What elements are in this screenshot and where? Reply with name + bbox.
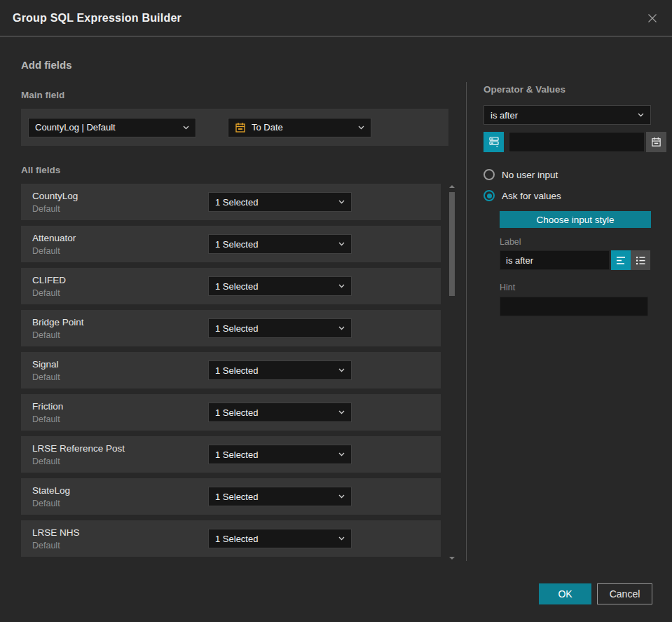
- field-values-select[interactable]: 1 Selected: [208, 234, 352, 254]
- field-row: Friction Default 1 Selected: [21, 394, 441, 431]
- field-values-select[interactable]: 1 Selected: [208, 487, 352, 506]
- main-field-label: Main field: [21, 90, 64, 100]
- scroll-up-arrow-icon[interactable]: [449, 185, 455, 188]
- set-values-icon: [488, 136, 500, 148]
- ask-for-values-label: Ask for values: [502, 191, 561, 201]
- main-field-select-value: CountyLog | Default: [35, 122, 177, 133]
- label-input[interactable]: [500, 250, 610, 270]
- chevron-down-icon: [338, 326, 345, 330]
- field-values-select-value: 1 Selected: [215, 197, 333, 208]
- field-row: LRSE Reference Post Default 1 Selected: [21, 436, 441, 473]
- field-row: CountyLog Default 1 Selected: [21, 184, 441, 220]
- chevron-down-icon: [183, 126, 189, 130]
- field-values-select[interactable]: 1 Selected: [208, 276, 352, 296]
- list-scrollbar: [448, 184, 455, 561]
- chevron-down-icon: [338, 452, 345, 457]
- field-values-select[interactable]: 1 Selected: [208, 403, 352, 422]
- group-sql-expression-builder-dialog: Group SQL Expression Builder Add fields …: [0, 0, 672, 622]
- field-row: Bridge Point Default 1 Selected: [21, 310, 441, 346]
- ok-button[interactable]: OK: [539, 583, 591, 604]
- chevron-down-icon: [338, 494, 345, 499]
- field-values-select-value: 1 Selected: [215, 323, 333, 334]
- field-values-select-value: 1 Selected: [215, 281, 333, 292]
- field-row: CLIFED Default 1 Selected: [21, 268, 441, 304]
- calendar-icon: [651, 137, 661, 147]
- no-user-input-option[interactable]: No user input: [484, 169, 651, 180]
- chevron-down-icon: [338, 242, 345, 246]
- label-input-row: [500, 250, 651, 270]
- main-field-type-value: To Date: [252, 122, 352, 133]
- ask-for-values-option[interactable]: Ask for values: [484, 190, 651, 201]
- field-row: Attenuator Default 1 Selected: [21, 226, 441, 262]
- field-values-select-value: 1 Selected: [215, 365, 333, 376]
- all-fields-label: All fields: [21, 165, 60, 175]
- calendar-picker-button[interactable]: [646, 132, 666, 152]
- radio-selected-icon: [484, 190, 495, 201]
- field-row: LRSE NHS Default 1 Selected: [21, 520, 441, 557]
- field-row: StateLog Default 1 Selected: [21, 478, 441, 515]
- radio-unselected-icon: [484, 169, 495, 180]
- chevron-down-icon: [338, 410, 345, 414]
- operator-select[interactable]: is after: [484, 105, 651, 125]
- main-field-type-select[interactable]: To Date: [228, 118, 371, 137]
- field-values-select[interactable]: 1 Selected: [208, 318, 352, 338]
- operator-select-value: is after: [491, 110, 632, 121]
- label-caption: Label: [500, 237, 651, 247]
- bullet-list-icon: [636, 256, 646, 265]
- hint-input[interactable]: [500, 297, 648, 316]
- scrollbar-thumb[interactable]: [449, 192, 455, 296]
- field-values-select-value: 1 Selected: [215, 449, 333, 460]
- scroll-down-arrow-icon[interactable]: [449, 557, 455, 560]
- field-values-select[interactable]: 1 Selected: [208, 445, 352, 464]
- main-field-select[interactable]: CountyLog | Default: [28, 118, 196, 137]
- hint-caption: Hint: [500, 283, 651, 292]
- panel-divider: [466, 82, 467, 561]
- chevron-down-icon: [358, 126, 364, 130]
- field-values-select-value: 1 Selected: [215, 239, 333, 250]
- main-field-box: CountyLog | Default To Date: [21, 109, 448, 146]
- list-style-button[interactable]: [631, 250, 650, 270]
- add-fields-heading: Add fields: [21, 59, 72, 71]
- all-fields-list: CountyLog Default 1 Selected Attenuator …: [21, 184, 441, 557]
- date-value-row: [484, 132, 651, 152]
- operator-values-panel: Operator & Values is after: [484, 84, 651, 316]
- cancel-button[interactable]: Cancel: [597, 583, 652, 604]
- chevron-down-icon: [338, 536, 345, 541]
- field-values-select-value: 1 Selected: [215, 407, 333, 418]
- operator-values-title: Operator & Values: [484, 84, 651, 95]
- dialog-footer: OK Cancel: [539, 583, 652, 604]
- choose-input-style-button[interactable]: Choose input style: [500, 211, 651, 228]
- chevron-down-icon: [338, 284, 345, 288]
- single-line-style-button[interactable]: [611, 250, 631, 270]
- field-values-select-value: 1 Selected: [215, 492, 333, 502]
- dialog-title: Group SQL Expression Builder: [13, 12, 181, 25]
- set-values-button[interactable]: [484, 132, 504, 152]
- close-icon[interactable]: [645, 11, 659, 25]
- chevron-down-icon: [638, 113, 644, 117]
- date-value-input[interactable]: [509, 132, 645, 152]
- field-row: Signal Default 1 Selected: [21, 352, 441, 388]
- dialog-header: Group SQL Expression Builder: [0, 0, 672, 36]
- calendar-icon: [235, 122, 246, 133]
- no-user-input-label: No user input: [502, 170, 558, 180]
- align-left-icon: [616, 256, 626, 265]
- field-values-select[interactable]: 1 Selected: [208, 192, 352, 212]
- field-values-select[interactable]: 1 Selected: [208, 529, 352, 548]
- field-values-select-value: 1 Selected: [215, 534, 333, 544]
- field-values-select[interactable]: 1 Selected: [208, 360, 352, 380]
- chevron-down-icon: [338, 368, 345, 372]
- chevron-down-icon: [338, 200, 345, 204]
